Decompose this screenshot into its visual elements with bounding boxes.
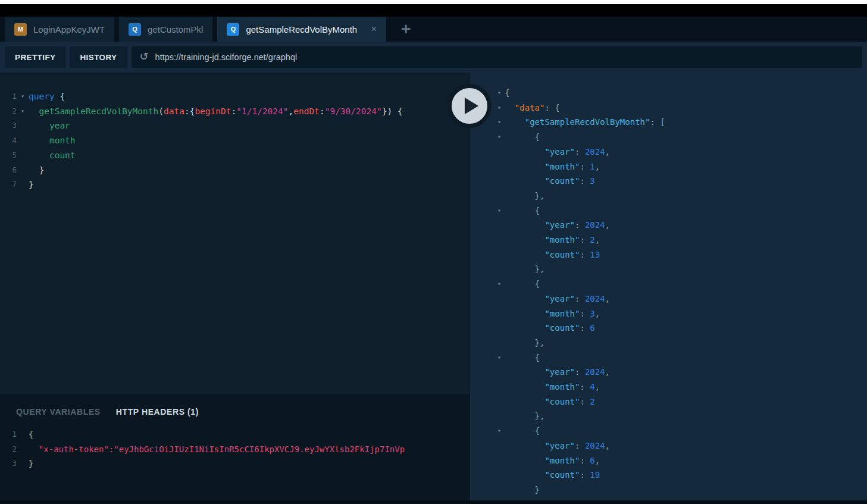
token-num2: 1 (590, 162, 594, 171)
fold-arrow-icon[interactable]: ▾ (494, 86, 505, 101)
token-key: "month" (544, 162, 580, 171)
left-pane: 1▾query {2▾ getSampleRecdVolByMonth(data… (0, 73, 470, 504)
token-pn: , (605, 294, 610, 303)
token-key: "year" (544, 220, 575, 230)
code-line: "count": 3 (470, 174, 867, 189)
token-num2: 4 (590, 382, 594, 392)
code-line: }, (470, 262, 867, 277)
code-text: "count": 6 (505, 321, 595, 336)
token-pn (29, 444, 39, 454)
token-pn (505, 250, 544, 259)
fold-arrow-icon[interactable]: ▾ (494, 350, 505, 365)
tab-bar: MLoginAppKeyJWTQgetCustomPklQgetSampleRe… (0, 17, 867, 42)
code-text: { (505, 204, 540, 218)
token-pn: ( (158, 107, 164, 116)
tab-type-badge: Q (227, 23, 239, 36)
close-tab-icon[interactable]: × (371, 23, 377, 35)
tab-http-headers[interactable]: HTTP HEADERS (1) (116, 407, 199, 417)
token-pn: }, (505, 191, 544, 201)
token-pn (505, 323, 544, 333)
code-text: "getSampleRecdVolByMonth": [ (505, 115, 665, 130)
token-pn: : (580, 309, 590, 318)
code-line: "count": 2 (470, 395, 867, 409)
fold-arrow-icon[interactable]: ▾ (494, 424, 505, 439)
endpoint-url-text: https://training-jd.sciforge.net/graphql (155, 52, 298, 62)
replay-icon[interactable]: ↺ (140, 51, 149, 62)
token-pn (505, 456, 544, 465)
tab-query-variables[interactable]: QUERY VARIABLES (16, 407, 101, 417)
bottom-edge-strip (0, 500, 867, 504)
token-pn: : (320, 107, 325, 116)
token-pn: : (580, 382, 590, 392)
prettify-button[interactable]: PRETTIFY (5, 46, 65, 68)
token-pn: , (605, 147, 610, 156)
fold-arrow-icon[interactable]: ▾ (494, 277, 505, 292)
endpoint-url-bar[interactable]: ↺ https://training-jd.sciforge.net/graph… (132, 46, 862, 68)
fold-gutter-spacer (494, 145, 505, 159)
code-text: }, (505, 189, 544, 204)
token-pn: { (505, 279, 540, 289)
line-number: 2 (0, 104, 17, 119)
code-text: year (29, 118, 70, 133)
fold-arrow-icon[interactable]: ▾ (17, 104, 29, 119)
token-pn: }, (505, 411, 544, 421)
http-headers-editor[interactable]: 1{2 "x-auth-token":"eyJhbGciOiJIUzI1NiIs… (0, 427, 470, 471)
fold-arrow-icon[interactable]: ▾ (17, 89, 29, 104)
line-number: 2 (0, 442, 17, 457)
code-text: month (29, 133, 76, 148)
token-key: "count" (544, 323, 580, 333)
token-key: "year" (544, 367, 575, 377)
code-line: }, (470, 336, 867, 350)
tab-loginappkeyjwt[interactable]: MLoginAppKeyJWT (5, 17, 114, 42)
variables-panel: QUERY VARIABLES HTTP HEADERS (1) 1{2 "x-… (0, 395, 470, 504)
code-text: "count": 13 (505, 248, 600, 262)
token-pn: , (595, 456, 600, 465)
token-pn: } (29, 459, 33, 468)
code-text: { (505, 277, 540, 292)
code-line: "month": 1, (470, 159, 867, 174)
token-pn: : (580, 397, 590, 406)
token-pn (29, 136, 49, 145)
token-pn (505, 382, 544, 392)
token-pn: } (29, 180, 34, 189)
token-pn (505, 441, 544, 450)
line-number: 5 (0, 148, 17, 163)
code-text: }, (505, 409, 544, 424)
fold-gutter-spacer (494, 218, 505, 233)
code-text: } (505, 483, 540, 497)
fold-arrow-icon[interactable]: ▾ (494, 204, 505, 218)
code-line: 6 } (0, 163, 470, 178)
fold-arrow-icon[interactable]: ▾ (494, 101, 505, 115)
tab-getcustompkl[interactable]: QgetCustomPkl (119, 17, 212, 42)
token-pn: : (575, 441, 585, 450)
fold-gutter-spacer (17, 427, 29, 442)
token-key: "count" (544, 470, 580, 480)
token-kw: query (29, 92, 55, 101)
code-line: 2 "x-auth-token":"eyJhbGciOiJIUzI1NiIsIn… (0, 442, 470, 457)
token-num2: 2024 (585, 220, 605, 230)
code-line: ▾ { (470, 424, 867, 439)
fold-arrow-icon[interactable]: ▾ (494, 130, 505, 145)
workspace: 1▾query {2▾ getSampleRecdVolByMonth(data… (0, 73, 867, 504)
token-num2: 6 (590, 323, 594, 333)
fold-gutter-spacer (494, 439, 505, 453)
token-key: "month" (544, 309, 580, 318)
tab-label: LoginAppKeyJWT (33, 24, 105, 35)
token-pn: : (575, 294, 585, 303)
token-pn: : (580, 456, 590, 465)
token-pn: , (605, 441, 610, 450)
code-text: "month": 4, (505, 380, 600, 395)
code-text: count (29, 148, 76, 163)
history-button[interactable]: HISTORY (70, 46, 127, 68)
tab-getsamplerecdvolbymonth[interactable]: QgetSampleRecdVolByMonth× (217, 17, 386, 42)
fold-arrow-icon[interactable]: ▾ (494, 115, 505, 130)
execute-query-button[interactable] (447, 84, 492, 128)
token-num2: 6 (590, 456, 594, 465)
add-tab-button[interactable]: + (391, 17, 421, 42)
tab-label: getCustomPkl (148, 24, 203, 35)
fold-gutter-spacer (494, 336, 505, 350)
query-editor[interactable]: 1▾query {2▾ getSampleRecdVolByMonth(data… (0, 73, 470, 395)
code-line: ▾ "data": { (470, 101, 867, 115)
token-num2: 2 (590, 235, 594, 245)
code-text: "x-auth-token":"eyJhbGciOiJIUzI1NiIsInR5… (29, 442, 405, 457)
